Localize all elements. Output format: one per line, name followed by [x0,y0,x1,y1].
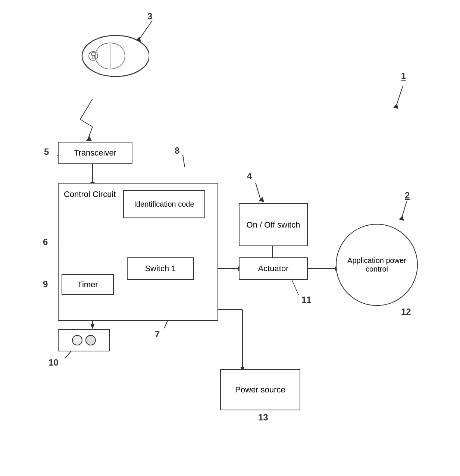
application-power-control-circle: Application power control [336,224,418,306]
label-9: 9 [43,279,48,289]
label-6: 6 [43,237,48,247]
label-10: 10 [48,357,59,368]
indicator-box [58,329,110,351]
svg-marker-22 [399,216,404,221]
label-12: 12 [401,307,411,317]
identification-code-box: Identification code [123,190,205,218]
svg-line-0 [80,99,93,119]
device-shape [75,26,149,78]
actuator-box: Actuator [239,257,308,280]
indicator-led-2 [85,335,96,345]
on-off-switch-box: On / Off switch [239,203,308,246]
timer-box: Timer [62,274,114,295]
label-8: 8 [175,145,179,156]
label-13: 13 [258,412,268,423]
label-2: 2 [405,190,410,201]
switch1-box: Switch 1 [127,257,194,280]
label-4: 4 [247,171,252,181]
power-source-box: Power source [220,369,300,410]
svg-line-1 [80,119,93,127]
label-5: 5 [44,147,49,157]
svg-marker-3 [86,136,92,141]
label-11: 11 [301,295,312,305]
label-3: 3 [147,11,152,22]
indicator-led-1 [72,335,82,345]
svg-line-19 [395,86,403,108]
svg-line-21 [401,201,407,220]
diagram-container: 3 1 2 Transceiver Control Circuit Identi… [0,0,460,476]
svg-line-25 [256,183,261,201]
svg-line-18 [291,278,298,295]
label-7: 7 [155,329,160,339]
label-1: 1 [401,71,406,81]
svg-marker-20 [393,104,398,109]
transceiver-box: Transceiver [58,142,132,164]
svg-line-2 [88,127,93,140]
svg-marker-17 [90,324,95,329]
svg-line-31 [183,155,185,167]
svg-marker-26 [259,197,264,202]
